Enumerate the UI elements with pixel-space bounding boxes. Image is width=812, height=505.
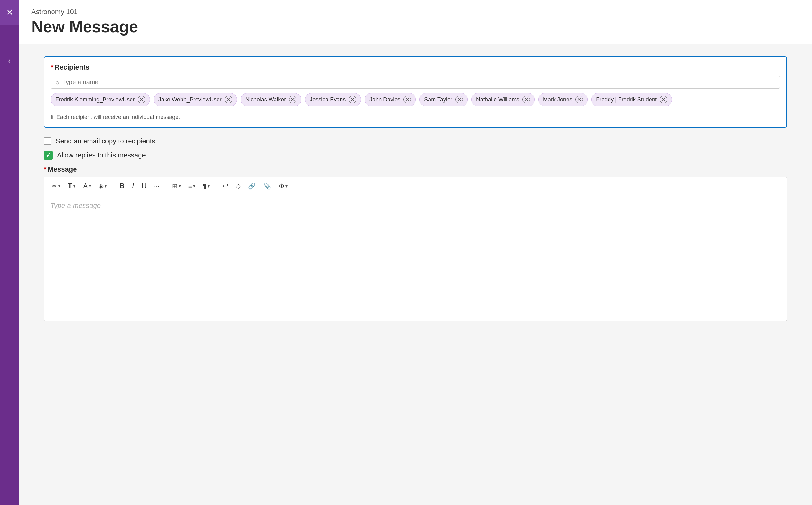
color-icon: ◈ [98,182,103,190]
toolbar-divider [113,182,113,190]
editor-toolbar: ✏ ▾ T ▾ A ▾ ◈ ▾ [44,177,787,195]
recipient-tags-container: Fredrik Klemming_PreviewUser ✕ Jake Webb… [51,93,780,106]
recipient-search-input[interactable] [62,78,775,86]
chevron-down-icon: ▾ [73,183,75,188]
allow-replies-checkbox[interactable]: ✓ [44,151,53,160]
list-item: John Davies ✕ [365,93,416,106]
recipient-name: Fredrik Klemming_PreviewUser [55,97,135,103]
italic-icon: I [132,182,134,190]
form-area: *Recipients ⌕ Fredrik Klemming_PreviewUs… [19,44,812,505]
page-header: Astronomy 101 New Message [19,0,812,44]
recipient-name: John Davies [369,97,400,103]
toolbar-divider [166,182,166,190]
recipients-label: *Recipients [51,63,780,71]
remove-recipient-button[interactable]: ✕ [455,96,463,103]
bold-icon: B [120,182,125,190]
recipients-section: *Recipients ⌕ Fredrik Klemming_PreviewUs… [44,56,787,128]
course-label: Astronomy 101 [31,8,799,16]
recipient-name: Nathalie Williams [476,97,519,103]
email-copy-checkbox[interactable] [44,138,51,145]
checkmark-icon: ✓ [46,152,51,159]
chevron-down-icon: ▾ [105,183,107,188]
recipient-name: Nicholas Walker [245,97,286,103]
required-star: * [44,165,47,173]
eraser-icon: ◇ [236,182,240,190]
italic-button[interactable]: I [129,180,137,192]
remove-recipient-button[interactable]: ✕ [523,96,530,103]
chevron-down-icon: ▾ [193,183,195,188]
toolbar-divider [216,182,216,190]
message-input-area[interactable]: Type a message [44,195,787,321]
close-icon: ✕ [6,8,13,17]
message-placeholder: Type a message [50,202,101,209]
remove-recipient-button[interactable]: ✕ [403,96,411,103]
recipient-name: Freddy | Fredrik Student [596,97,657,103]
message-editor: ✏ ▾ T ▾ A ▾ ◈ ▾ [44,177,787,321]
text-style-icon: T [68,182,72,190]
insert-icon: ⊕ [278,182,284,190]
list-item: Nathalie Williams ✕ [471,93,535,106]
chevron-down-icon: ▾ [208,183,210,188]
list-item: Mark Jones ✕ [539,93,588,106]
sidebar: ✕ ‹ [0,0,19,505]
remove-recipient-button[interactable]: ✕ [138,96,145,103]
recipients-info: ℹ Each recipient will receive an individ… [51,111,780,121]
remove-recipient-button[interactable]: ✕ [575,96,583,103]
format-pen-button[interactable]: ✏ ▾ [48,180,63,192]
link-button[interactable]: 🔗 [245,180,259,192]
list-item: Nicholas Walker ✕ [241,93,301,106]
allow-replies-label: Allow replies to this message [57,151,146,159]
paragraph-button[interactable]: ¶ ▾ [200,181,213,192]
remove-recipient-button[interactable]: ✕ [660,96,667,103]
insert-button[interactable]: ⊕ ▾ [275,180,291,192]
info-text: Each recipient will receive an individua… [56,114,180,121]
paragraph-icon: ¶ [203,182,206,190]
main-content: Astronomy 101 New Message *Recipients ⌕ … [19,0,812,505]
recipient-name: Mark Jones [543,97,572,103]
remove-recipient-button[interactable]: ✕ [225,96,232,103]
underline-button[interactable]: U [138,180,150,192]
font-size-icon: A [83,182,88,190]
ellipsis-icon: ··· [154,182,159,190]
search-icon: ⌕ [55,78,59,86]
paperclip-icon: 📎 [263,182,271,190]
link-icon: 🔗 [248,182,256,190]
list-item: Fredrik Klemming_PreviewUser ✕ [51,93,150,106]
email-copy-row[interactable]: Send an email copy to recipients [44,137,787,145]
recipient-search-wrapper: ⌕ [51,76,780,89]
more-options-button[interactable]: ··· [151,181,163,192]
email-copy-label: Send an email copy to recipients [56,137,155,145]
list-item: Jessica Evans ✕ [305,93,361,106]
back-arrow-icon[interactable]: ‹ [8,56,11,65]
recipient-name: Jake Webb_PreviewUser [158,97,222,103]
align-icon: ≡ [188,182,192,190]
undo-icon: ↩ [223,182,228,190]
message-section-label: *Message [44,165,787,173]
remove-recipient-button[interactable]: ✕ [289,96,296,103]
eraser-button[interactable]: ◇ [233,180,243,192]
underline-icon: U [142,182,147,190]
remove-recipient-button[interactable]: ✕ [349,96,356,103]
close-button[interactable]: ✕ [0,0,19,25]
required-star: * [51,63,53,71]
recipient-name: Sam Taylor [424,97,452,103]
align-button[interactable]: ≡ ▾ [185,181,199,192]
bold-button[interactable]: B [117,180,128,192]
chevron-down-icon: ▾ [285,183,288,188]
list-item: Jake Webb_PreviewUser ✕ [154,93,237,106]
table-button[interactable]: ⊞ ▾ [169,180,184,192]
attachment-button[interactable]: 📎 [260,180,274,192]
undo-button[interactable]: ↩ [219,180,231,192]
recipient-name: Jessica Evans [310,97,346,103]
list-item: Freddy | Fredrik Student ✕ [591,93,672,106]
list-item: Sam Taylor ✕ [419,93,468,106]
page-title: New Message [31,17,799,36]
font-size-button[interactable]: A ▾ [80,180,94,192]
chevron-down-icon: ▾ [58,183,60,188]
text-style-button[interactable]: T ▾ [65,180,78,192]
allow-replies-row[interactable]: ✓ Allow replies to this message [44,151,787,160]
table-icon: ⊞ [172,182,178,190]
color-button[interactable]: ◈ ▾ [95,180,110,192]
chevron-down-icon: ▾ [179,183,181,188]
chevron-down-icon: ▾ [89,183,91,188]
